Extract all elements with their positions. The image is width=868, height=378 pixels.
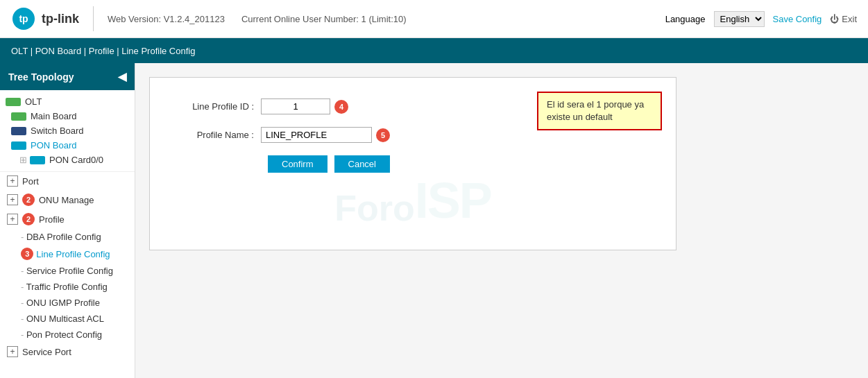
profile-name-label: Profile Name : bbox=[164, 130, 261, 140]
pon-board-device-icon bbox=[11, 141, 26, 150]
header-info: Web Version: V1.2.4_201123 Current Onlin… bbox=[94, 14, 665, 24]
sidebar: Tree Topology ◀ OLT Main Board Switch Bo… bbox=[0, 63, 135, 378]
nav-sub-pon-protect[interactable]: Pon Protect Config bbox=[0, 327, 135, 343]
power-icon: ⏻ bbox=[830, 14, 839, 24]
nav-sub-traffic-profile[interactable]: Traffic Profile Config bbox=[0, 279, 135, 295]
sidebar-toggle-button[interactable]: ◀ bbox=[118, 70, 126, 83]
save-config-button[interactable]: Save Config bbox=[773, 14, 822, 24]
watermark-isp: ISP bbox=[415, 172, 491, 229]
pon-card-device-icon bbox=[30, 156, 45, 164]
step5-badge: 5 bbox=[376, 128, 390, 142]
content-area: Line Profile ID : 4 Profile Name : 5 Con… bbox=[135, 63, 868, 378]
breadcrumb: OLT | PON Board | Profile | Line Profile… bbox=[0, 38, 868, 63]
sidebar-item-olt[interactable]: OLT bbox=[0, 94, 135, 109]
nav-item-service-port-label: Service Port bbox=[22, 347, 71, 357]
logo-text: tp-link bbox=[42, 12, 79, 26]
profile-badge: 2 bbox=[22, 213, 35, 225]
nav-item-onu-manage[interactable]: + 2 ONU Manage bbox=[0, 190, 135, 209]
plus-icon-service-port: + bbox=[7, 346, 18, 357]
main-board-device-icon bbox=[11, 112, 26, 121]
web-version: Web Version: V1.2.4_201123 bbox=[108, 14, 225, 24]
sidebar-item-pon-card-label: PON Card0/0 bbox=[49, 155, 103, 165]
nav-sub-onu-igmp[interactable]: ONU IGMP Profile bbox=[0, 295, 135, 311]
watermark: Foro ISP bbox=[334, 172, 491, 229]
callout-tooltip: El id sera el 1 porque ya existe un defa… bbox=[537, 92, 662, 130]
form-buttons: Confirm Cancel bbox=[164, 155, 662, 173]
tp-link-logo-icon: tp bbox=[11, 6, 36, 31]
nav-sub-line-profile[interactable]: 3 Line Profile Config bbox=[0, 245, 135, 263]
nav-item-profile[interactable]: + 2 Profile bbox=[0, 209, 135, 229]
plus-icon-port: + bbox=[7, 175, 18, 187]
sidebar-item-switch-board[interactable]: Switch Board bbox=[0, 123, 135, 138]
form-panel: Line Profile ID : 4 Profile Name : 5 Con… bbox=[149, 77, 676, 250]
callout-text: El id sera el 1 porque ya existe un defa… bbox=[547, 99, 644, 122]
logo-area: tp tp-link bbox=[11, 6, 94, 31]
nav-item-port-label: Port bbox=[22, 176, 39, 187]
nav-sub-onu-multicast[interactable]: ONU Multicast ACL bbox=[0, 311, 135, 327]
sidebar-header: Tree Topology ◀ bbox=[0, 63, 135, 90]
olt-device-icon bbox=[6, 98, 21, 106]
language-label: Language bbox=[665, 14, 706, 24]
svg-text:tp: tp bbox=[19, 13, 28, 24]
sidebar-item-olt-label: OLT bbox=[25, 96, 42, 107]
sidebar-title: Tree Topology bbox=[8, 71, 74, 83]
tree-expand-icon: ⊞ bbox=[19, 155, 27, 165]
sidebar-item-pon-board[interactable]: PON Board bbox=[0, 138, 135, 153]
header: tp tp-link Web Version: V1.2.4_201123 Cu… bbox=[0, 0, 868, 38]
plus-icon-onu-manage: + bbox=[7, 194, 18, 205]
onu-manage-badge: 2 bbox=[22, 194, 35, 206]
profile-name-input[interactable] bbox=[261, 127, 372, 143]
main-layout: Tree Topology ◀ OLT Main Board Switch Bo… bbox=[0, 63, 868, 378]
line-profile-id-label: Line Profile ID : bbox=[164, 101, 261, 112]
nav-item-service-port[interactable]: + Service Port bbox=[0, 343, 135, 361]
language-select[interactable]: English bbox=[714, 11, 765, 27]
nav-sub-service-profile[interactable]: Service Profile Config bbox=[0, 263, 135, 279]
switch-board-device-icon bbox=[11, 127, 26, 135]
cancel-button[interactable]: Cancel bbox=[334, 155, 390, 173]
sidebar-item-main-board[interactable]: Main Board bbox=[0, 109, 135, 123]
line-profile-badge: 3 bbox=[21, 248, 33, 260]
nav-sub-dba-profile[interactable]: DBA Profile Config bbox=[0, 229, 135, 245]
sidebar-item-pon-board-label: PON Board bbox=[31, 140, 76, 151]
nav-item-onu-manage-label: ONU Manage bbox=[39, 195, 94, 205]
confirm-button[interactable]: Confirm bbox=[268, 155, 327, 173]
header-right: Language English Save Config ⏻ Exit bbox=[665, 11, 857, 27]
watermark-foro: Foro bbox=[334, 187, 415, 229]
exit-button[interactable]: ⏻ Exit bbox=[830, 14, 857, 24]
line-profile-id-input[interactable] bbox=[261, 98, 330, 114]
sidebar-item-pon-card[interactable]: ⊞ PON Card0/0 bbox=[0, 153, 135, 167]
plus-icon-profile: + bbox=[7, 214, 18, 225]
nav-item-port[interactable]: + Port bbox=[0, 172, 135, 190]
nav-item-profile-label: Profile bbox=[39, 214, 65, 225]
online-users: Current Online User Number: 1 (Limit:10) bbox=[241, 14, 407, 24]
nav-menu: + Port + 2 ONU Manage + 2 Profile DBA Pr… bbox=[0, 171, 135, 361]
sidebar-item-switch-board-label: Switch Board bbox=[31, 126, 84, 136]
sidebar-tree: OLT Main Board Switch Board PON Board ⊞ bbox=[0, 90, 135, 171]
nav-sub-line-profile-label: Line Profile Config bbox=[36, 249, 110, 259]
sidebar-item-main-board-label: Main Board bbox=[31, 111, 76, 121]
step4-badge: 4 bbox=[334, 100, 348, 114]
